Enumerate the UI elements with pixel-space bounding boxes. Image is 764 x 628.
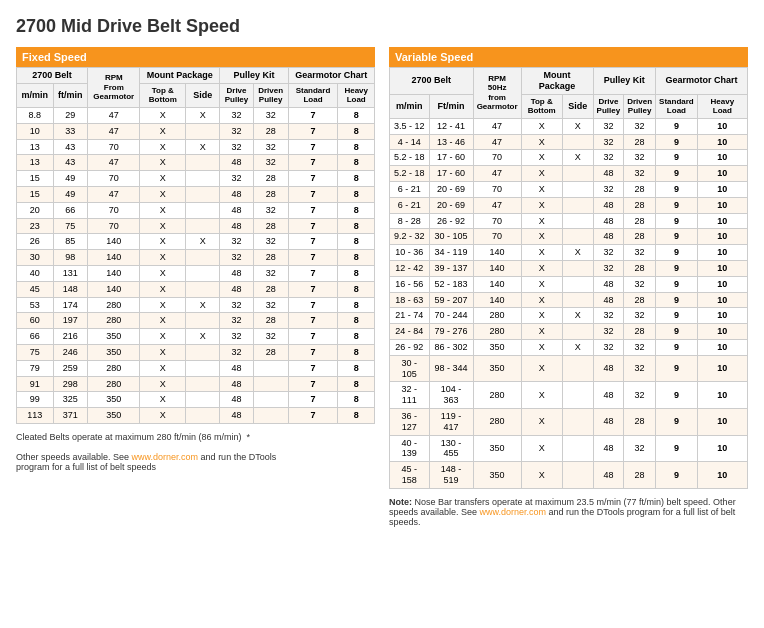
table-cell: 59 - 207 — [429, 292, 473, 308]
table-cell: 7 — [288, 281, 338, 297]
table-cell: 8 — [338, 392, 375, 408]
table-cell: 21 - 74 — [390, 308, 430, 324]
table-cell: 8 — [338, 344, 375, 360]
col-ftmin: ft/min — [53, 83, 87, 107]
table-cell: 119 - 417 — [429, 408, 473, 435]
table-cell: 20 - 69 — [429, 197, 473, 213]
table-cell: 48 — [593, 435, 624, 462]
table-cell — [562, 181, 593, 197]
table-cell: 79 — [17, 360, 54, 376]
other-speeds-note: Other speeds available. See www.dorner.c… — [16, 452, 375, 472]
table-cell: 70 — [473, 181, 521, 197]
table-cell — [562, 197, 593, 213]
table-cell: 47 — [473, 166, 521, 182]
table-cell: 45 — [17, 281, 54, 297]
var-col-group-belt: 2700 Belt — [390, 68, 474, 95]
table-cell: 36 - 127 — [390, 408, 430, 435]
table-cell: 32 — [593, 134, 624, 150]
table-cell: 7 — [288, 392, 338, 408]
table-cell: 79 - 276 — [429, 324, 473, 340]
table-cell: 140 — [88, 234, 140, 250]
table-cell: 28 — [253, 313, 288, 329]
table-cell: 9 — [656, 276, 698, 292]
table-cell: 48 — [220, 155, 253, 171]
dorner-link-fixed[interactable]: www.dorner.com — [132, 452, 199, 462]
table-cell: 7 — [288, 107, 338, 123]
table-cell: 43 — [53, 155, 87, 171]
col-drive: DrivePulley — [220, 83, 253, 107]
table-cell: 32 — [220, 234, 253, 250]
fixed-footer: Cleated Belts operate at maximum 280 ft/… — [16, 432, 375, 472]
table-cell: 12 - 42 — [390, 260, 430, 276]
table-cell: 47 — [88, 123, 140, 139]
table-cell: X — [521, 308, 562, 324]
table-cell: 28 — [624, 462, 656, 489]
table-cell — [186, 202, 220, 218]
table-cell — [253, 392, 288, 408]
table-cell: 29 — [53, 107, 87, 123]
table-cell: 28 — [624, 408, 656, 435]
col-top-bottom: Top &Bottom — [140, 83, 186, 107]
table-cell: X — [140, 202, 186, 218]
table-cell — [562, 408, 593, 435]
table-cell: 32 — [624, 435, 656, 462]
table-cell: 104 - 363 — [429, 382, 473, 409]
table-cell — [186, 186, 220, 202]
table-cell: 10 — [697, 355, 747, 382]
variable-speed-table: 2700 Belt RPM50HzfromGearmotor Mount Pac… — [389, 67, 748, 489]
table-cell — [562, 229, 593, 245]
table-cell: 70 — [88, 139, 140, 155]
table-cell: 280 — [88, 376, 140, 392]
table-cell: 32 — [624, 339, 656, 355]
table-cell: X — [521, 229, 562, 245]
table-cell: X — [140, 376, 186, 392]
table-cell: 48 — [220, 360, 253, 376]
table-cell: 48 — [593, 462, 624, 489]
table-cell: 10 — [697, 308, 747, 324]
table-cell — [562, 355, 593, 382]
table-cell: 48 — [593, 355, 624, 382]
col-driven: DrivenPulley — [253, 83, 288, 107]
table-cell: 17 - 60 — [429, 150, 473, 166]
table-cell: 9 — [656, 292, 698, 308]
table-cell: 7 — [288, 218, 338, 234]
table-cell: 32 — [220, 171, 253, 187]
table-cell: 32 — [220, 123, 253, 139]
table-cell — [186, 392, 220, 408]
col-group-mount: Mount Package — [140, 68, 220, 84]
table-cell: 75 — [17, 344, 54, 360]
table-cell: 32 — [220, 250, 253, 266]
table-cell: 10 — [697, 181, 747, 197]
table-cell: 48 — [220, 281, 253, 297]
table-cell: 280 — [473, 324, 521, 340]
table-cell: 32 — [624, 118, 656, 134]
table-cell: X — [186, 234, 220, 250]
table-cell: 47 — [88, 186, 140, 202]
table-cell — [562, 324, 593, 340]
table-cell: 9 — [656, 213, 698, 229]
table-cell: X — [140, 281, 186, 297]
table-cell: 6 - 21 — [390, 197, 430, 213]
table-cell — [186, 171, 220, 187]
table-cell — [562, 260, 593, 276]
table-cell: 298 — [53, 376, 87, 392]
dorner-link-variable[interactable]: www.dorner.com — [480, 507, 547, 517]
table-cell: 12 - 41 — [429, 118, 473, 134]
table-cell: 140 — [473, 245, 521, 261]
var-col-rpm: RPM50HzfromGearmotor — [473, 68, 521, 119]
table-cell: 15 — [17, 171, 54, 187]
table-cell: X — [140, 250, 186, 266]
table-cell: 32 — [253, 234, 288, 250]
cleated-belts-note: Cleated Belts operate at maximum 280 ft/… — [16, 432, 375, 442]
table-cell: 8 — [338, 376, 375, 392]
table-cell: X — [186, 139, 220, 155]
table-cell: X — [521, 245, 562, 261]
table-cell: 350 — [88, 344, 140, 360]
table-cell: 13 - 46 — [429, 134, 473, 150]
table-cell: 48 — [593, 276, 624, 292]
table-cell: 280 — [473, 308, 521, 324]
table-cell: X — [521, 324, 562, 340]
table-cell: 70 - 244 — [429, 308, 473, 324]
table-cell: X — [140, 392, 186, 408]
var-col-side: Side — [562, 94, 593, 118]
